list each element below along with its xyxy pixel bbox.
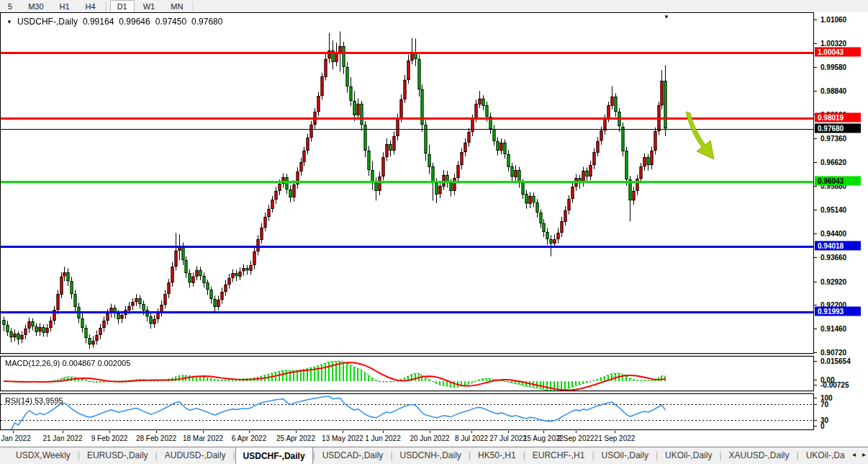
chart-tab-usdchf-daily[interactable]: USDCHF-,Daily bbox=[235, 447, 313, 464]
toolbar-separator bbox=[106, 1, 107, 12]
rsi-label: RSI(14) 53.9595 bbox=[5, 396, 63, 405]
date-label: 8 Jul 2022 bbox=[455, 434, 488, 442]
price-tick-label: 1.01060 bbox=[820, 15, 846, 23]
price-tick-label: 0.98840 bbox=[820, 86, 846, 94]
timeframe-button-mn[interactable]: MN bbox=[163, 0, 190, 13]
date-tick-mark bbox=[471, 431, 472, 433]
rsi-tick-label: 0 bbox=[820, 422, 825, 430]
price-tick-label: 0.93660 bbox=[820, 254, 846, 262]
price-axis[interactable]: 1.010601.003200.995800.988400.981000.973… bbox=[814, 12, 868, 446]
chart-tab-ukoil-da[interactable]: UKOil-,Da bbox=[799, 447, 852, 464]
tab-scroll-left-icon[interactable]: ◂ bbox=[852, 450, 856, 458]
timeframe-button-m30[interactable]: M30 bbox=[21, 0, 50, 13]
chart-dropdown-icon[interactable]: ▼ bbox=[6, 19, 12, 25]
axis-tick-mark bbox=[814, 233, 817, 234]
price-line-badge: 0.91993 bbox=[815, 307, 861, 316]
axis-tick-mark bbox=[814, 380, 817, 380]
price-tick-label: 0.94400 bbox=[820, 230, 846, 238]
date-axis[interactable]: 3 Jan 202221 Jan 20229 Feb 202228 Feb 20… bbox=[0, 431, 814, 446]
rsi-indicator-panel[interactable]: RSI(14) 53.9595 bbox=[0, 393, 814, 430]
tab-scroll-arrows: ◂ ▸ bbox=[852, 450, 866, 458]
macd-indicator-panel[interactable]: MACD(12,26,9) 0.004867 0.002005 bbox=[0, 356, 814, 391]
axis-tick-mark bbox=[814, 305, 817, 305]
macd-label: MACD(12,26,9) 0.004867 0.002005 bbox=[5, 359, 130, 367]
axis-tick-mark bbox=[814, 398, 817, 398]
timeframe-toolbar: 5M30H1H4D1W1MN bbox=[0, 0, 868, 13]
axis-tick-mark bbox=[814, 420, 817, 421]
chart-title: ▼ USDCHF-,Daily 0.99164 0.99646 0.97450 … bbox=[6, 17, 222, 27]
date-tick-mark bbox=[203, 431, 204, 433]
axis-tick-mark bbox=[814, 385, 817, 385]
axis-tick-mark bbox=[814, 67, 817, 68]
date-tick-mark bbox=[383, 431, 384, 433]
date-tick-mark bbox=[343, 431, 343, 433]
panel-splitter[interactable] bbox=[0, 354, 868, 356]
axis-tick-mark bbox=[814, 91, 817, 92]
axis-tick-mark bbox=[814, 361, 817, 362]
date-label: 9 Feb 2022 bbox=[91, 434, 128, 442]
date-label: 27 Jul 2022 bbox=[489, 434, 527, 442]
chart-shift-marker-icon[interactable]: ▼ bbox=[664, 14, 669, 20]
axis-tick-mark bbox=[814, 138, 817, 139]
axis-tick-mark bbox=[814, 282, 817, 282]
date-tick-mark bbox=[156, 431, 157, 433]
price-tick-label: 0.91460 bbox=[820, 324, 846, 332]
axis-tick-mark bbox=[814, 257, 817, 258]
date-tick-mark bbox=[576, 431, 577, 433]
price-tick-label: 0.96620 bbox=[820, 159, 846, 166]
chart-tab-usdcad-daily[interactable]: USDCAD-,Daily bbox=[315, 447, 391, 464]
timeframe-button-w1[interactable]: W1 bbox=[136, 0, 163, 13]
rsi-canvas[interactable] bbox=[1, 394, 813, 429]
date-label: 2 Sep 2022 bbox=[557, 434, 594, 442]
date-label: 28 Feb 2022 bbox=[136, 434, 176, 442]
tab-scroll-right-icon[interactable]: ▸ bbox=[862, 450, 866, 458]
chart-tab-usoil-daily[interactable]: USOil-,Daily bbox=[595, 447, 656, 464]
price-chart-panel[interactable]: ▼ USDCHF-,Daily 0.99164 0.99646 0.97450 … bbox=[0, 12, 814, 354]
ohlc-open: 0.99164 bbox=[83, 17, 114, 27]
chart-tab-eurchf-h1[interactable]: EURCHF-,H1 bbox=[525, 447, 592, 464]
chart-tab-usdcnh-daily[interactable]: USDCNH-,Daily bbox=[393, 447, 469, 464]
ohlc-high: 0.99646 bbox=[119, 17, 150, 27]
chart-tab-hk50-h1[interactable]: HK50-,H1 bbox=[471, 447, 523, 464]
price-tick-label: 0.97360 bbox=[820, 135, 846, 143]
timeframe-button-h1[interactable]: H1 bbox=[53, 0, 77, 13]
timeframe-button-5[interactable]: 5 bbox=[1, 0, 19, 13]
axis-tick-mark bbox=[814, 162, 817, 163]
timeframe-button-h4[interactable]: H4 bbox=[78, 0, 103, 13]
chart-tab-usdx-weekly[interactable]: USDX,Weekly bbox=[9, 447, 78, 464]
date-tick-mark bbox=[615, 431, 615, 433]
price-tick-label: 0.95140 bbox=[820, 206, 846, 214]
date-label: 21 Sep 2022 bbox=[595, 434, 636, 442]
axis-tick-mark bbox=[814, 186, 817, 187]
date-tick-mark bbox=[296, 431, 297, 433]
axis-tick-mark bbox=[814, 210, 817, 210]
date-tick-mark bbox=[249, 431, 250, 433]
toolbar-separator bbox=[193, 1, 194, 12]
chart-tab-audusd-daily[interactable]: AUDUSD-,Daily bbox=[158, 447, 233, 464]
chart-tab-xauusd-daily[interactable]: XAUUSD-,Daily bbox=[722, 447, 797, 464]
price-line-badge: 0.98019 bbox=[815, 112, 861, 122]
date-tick-mark bbox=[63, 431, 63, 433]
panel-splitter[interactable] bbox=[0, 391, 868, 393]
timeframe-button-d1[interactable]: D1 bbox=[110, 0, 135, 13]
date-tick-mark bbox=[508, 431, 509, 433]
axis-tick-mark bbox=[814, 404, 817, 405]
axis-tick-mark bbox=[814, 352, 817, 353]
date-label: 6 Apr 2022 bbox=[232, 434, 266, 442]
price-chart-canvas[interactable] bbox=[1, 13, 813, 353]
price-line-badge: 1.00043 bbox=[815, 48, 861, 57]
axis-tick-mark bbox=[814, 329, 817, 329]
price-tick-label: 1.00320 bbox=[820, 39, 846, 47]
chart-tab-ukoil-daily[interactable]: UKOil-,Daily bbox=[658, 447, 719, 464]
chart-symbol-label: USDCHF-,Daily bbox=[17, 17, 78, 27]
down-arrow-annotation[interactable] bbox=[678, 109, 728, 169]
price-line-badge: 0.94018 bbox=[815, 241, 861, 251]
axis-tick-mark bbox=[814, 43, 817, 44]
rsi-tick-label: 70 bbox=[820, 401, 828, 409]
price-tick-label: 0.92920 bbox=[820, 277, 846, 285]
ohlc-close: 0.97680 bbox=[191, 17, 222, 27]
date-label: 1 Jun 2022 bbox=[365, 434, 401, 442]
chart-tab-eurusd-daily[interactable]: EURUSD-,Daily bbox=[80, 447, 155, 464]
date-label: 20 Jun 2022 bbox=[410, 434, 449, 442]
axis-tick-mark bbox=[814, 19, 817, 20]
